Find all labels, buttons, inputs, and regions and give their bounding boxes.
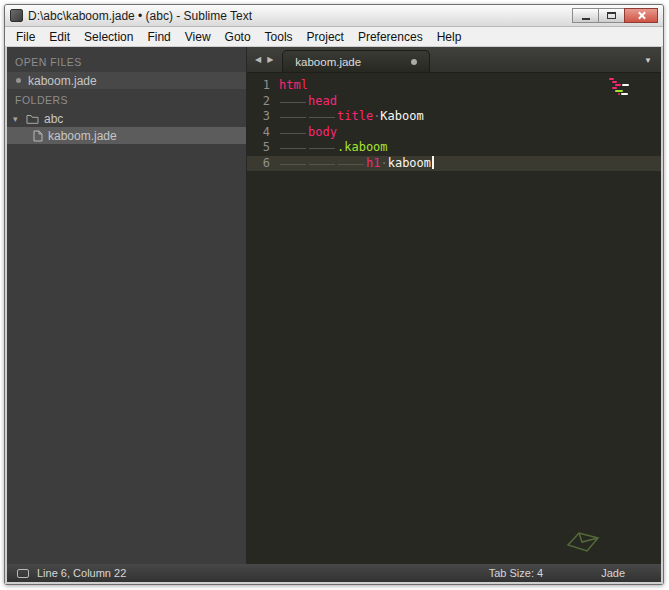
tab-whitespace-icon xyxy=(279,141,308,154)
tab-whitespace-icon xyxy=(337,157,366,170)
text-cursor xyxy=(432,156,434,169)
minimap-mark xyxy=(612,81,617,83)
code-line-5[interactable]: 5.kaboom xyxy=(247,140,661,156)
status-panel-icon[interactable] xyxy=(17,569,29,578)
tab-kaboom-jade[interactable]: kaboom.jade xyxy=(282,50,430,72)
line-text: head xyxy=(279,94,337,110)
code-lines: 1html2head3title·Kaboom4body5.kaboom6h1·… xyxy=(247,78,661,171)
cursor-position-label: Line 6, Column 22 xyxy=(37,567,126,579)
code-line-6[interactable]: 6h1·kaboom xyxy=(247,156,661,172)
menu-item-project[interactable]: Project xyxy=(300,28,351,46)
open-files-header: OPEN FILES xyxy=(7,51,246,72)
menu-bar: FileEditSelectionFindViewGotoToolsProjec… xyxy=(5,27,663,47)
minimap-mark xyxy=(622,84,629,86)
line-number[interactable]: 6 xyxy=(247,156,279,172)
code-token: head xyxy=(308,94,337,108)
code-line-2[interactable]: 2head xyxy=(247,94,661,110)
close-button[interactable] xyxy=(624,8,658,23)
code-token: title xyxy=(337,109,373,123)
code-line-3[interactable]: 3title·Kaboom xyxy=(247,109,661,125)
tab-scroll-right-icon[interactable]: ▶ xyxy=(264,55,276,64)
minimap[interactable] xyxy=(609,78,653,95)
status-right-group: Tab Size: 4 Jade xyxy=(489,567,651,579)
menu-item-edit[interactable]: Edit xyxy=(42,28,77,46)
tab-whitespace-icon xyxy=(279,110,308,123)
menu-item-tools[interactable]: Tools xyxy=(258,28,300,46)
sidebar-file-label: kaboom.jade xyxy=(48,129,117,143)
code-token: h1 xyxy=(366,156,380,170)
space-dot-icon: · xyxy=(380,156,387,170)
line-text: h1·kaboom xyxy=(279,156,434,172)
main-area: OPEN FILES kaboom.jade FOLDERS ▾ abc xyxy=(7,47,661,564)
menu-item-file[interactable]: File xyxy=(9,28,42,46)
folder-expanded-icon[interactable]: ▾ xyxy=(13,114,22,124)
sidebar-file-kaboom[interactable]: kaboom.jade xyxy=(7,127,246,144)
tab-overflow-icon[interactable]: ▼ xyxy=(644,56,652,65)
code-token: Kaboom xyxy=(380,109,423,123)
tab-label: kaboom.jade xyxy=(295,56,361,68)
line-number[interactable]: 5 xyxy=(247,140,279,156)
line-number[interactable]: 3 xyxy=(247,109,279,125)
tab-whitespace-icon xyxy=(279,95,308,108)
folder-label: abc xyxy=(44,112,63,126)
minimap-line xyxy=(609,90,653,92)
tab-whitespace-icon xyxy=(279,126,308,139)
app-icon xyxy=(10,9,23,22)
window-frame: OPEN FILES kaboom.jade FOLDERS ▾ abc xyxy=(5,47,663,584)
folder-item-abc[interactable]: ▾ abc xyxy=(7,110,246,127)
code-token: html xyxy=(279,78,308,92)
line-text: body xyxy=(279,125,337,141)
tab-whitespace-icon xyxy=(308,141,337,154)
open-file-label: kaboom.jade xyxy=(28,74,97,88)
line-number[interactable]: 4 xyxy=(247,125,279,141)
line-number[interactable]: 2 xyxy=(247,94,279,110)
title-bar[interactable]: D:\abc\kaboom.jade • (abc) - Sublime Tex… xyxy=(5,5,663,27)
minimap-mark xyxy=(612,87,617,89)
line-text: title·Kaboom xyxy=(279,109,424,125)
minimap-line xyxy=(609,87,653,89)
open-file-dot-icon xyxy=(16,78,21,83)
sidebar: OPEN FILES kaboom.jade FOLDERS ▾ abc xyxy=(7,47,247,564)
editor-pane: ◀ ▶ kaboom.jade ▼ 1html2head3title·Kaboo… xyxy=(247,47,661,564)
code-area[interactable]: 1html2head3title·Kaboom4body5.kaboom6h1·… xyxy=(247,73,661,564)
minimap-line xyxy=(609,78,653,80)
menu-item-goto[interactable]: Goto xyxy=(218,28,258,46)
minimize-icon xyxy=(582,18,590,20)
minimap-mark xyxy=(621,93,628,95)
open-file-item[interactable]: kaboom.jade xyxy=(7,72,246,89)
line-text: html xyxy=(279,78,308,94)
maximize-button[interactable] xyxy=(598,8,625,23)
code-line-4[interactable]: 4body xyxy=(247,125,661,141)
minimize-button[interactable] xyxy=(572,8,599,23)
minimap-mark xyxy=(615,90,623,92)
code-token: .kaboom xyxy=(337,140,388,154)
code-line-1[interactable]: 1html xyxy=(247,78,661,94)
status-bar: Line 6, Column 22 Tab Size: 4 Jade xyxy=(7,564,661,582)
tab-whitespace-icon xyxy=(308,157,337,170)
maximize-icon xyxy=(607,12,616,19)
menu-item-selection[interactable]: Selection xyxy=(77,28,140,46)
menu-item-find[interactable]: Find xyxy=(140,28,177,46)
menu-item-help[interactable]: Help xyxy=(430,28,469,46)
menu-item-view[interactable]: View xyxy=(178,28,218,46)
folder-icon xyxy=(26,113,39,124)
file-icon xyxy=(33,130,43,142)
tab-whitespace-icon xyxy=(308,110,337,123)
window-title: D:\abc\kaboom.jade • (abc) - Sublime Tex… xyxy=(28,9,252,23)
tab-size-selector[interactable]: Tab Size: 4 xyxy=(489,567,543,579)
minimap-line xyxy=(609,81,653,83)
tab-whitespace-icon xyxy=(279,157,308,170)
watermark-logo xyxy=(565,529,601,558)
tab-bar: ◀ ▶ kaboom.jade ▼ xyxy=(247,47,661,73)
line-number[interactable]: 1 xyxy=(247,78,279,94)
syntax-selector[interactable]: Jade xyxy=(601,567,625,579)
close-icon xyxy=(637,11,646,20)
minimap-line xyxy=(609,84,653,86)
folders-header: FOLDERS xyxy=(7,89,246,110)
sublime-text-window: D:\abc\kaboom.jade • (abc) - Sublime Tex… xyxy=(4,4,664,585)
menu-item-preferences[interactable]: Preferences xyxy=(351,28,430,46)
window-controls xyxy=(573,8,658,23)
minimap-line xyxy=(609,93,653,95)
minimap-mark xyxy=(609,78,614,80)
tab-scroll-left-icon[interactable]: ◀ xyxy=(252,55,264,64)
